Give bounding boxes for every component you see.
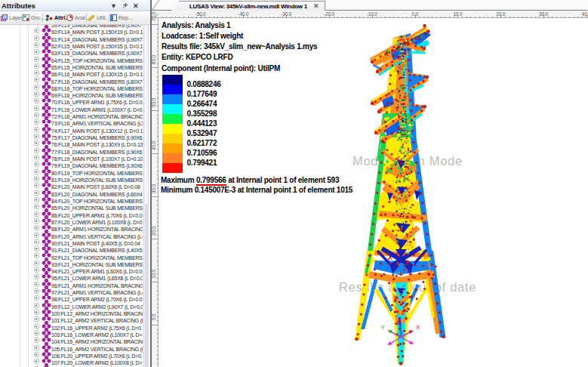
- svg-text:X: X: [416, 324, 420, 331]
- svg-text:Y: Y: [381, 324, 386, 331]
